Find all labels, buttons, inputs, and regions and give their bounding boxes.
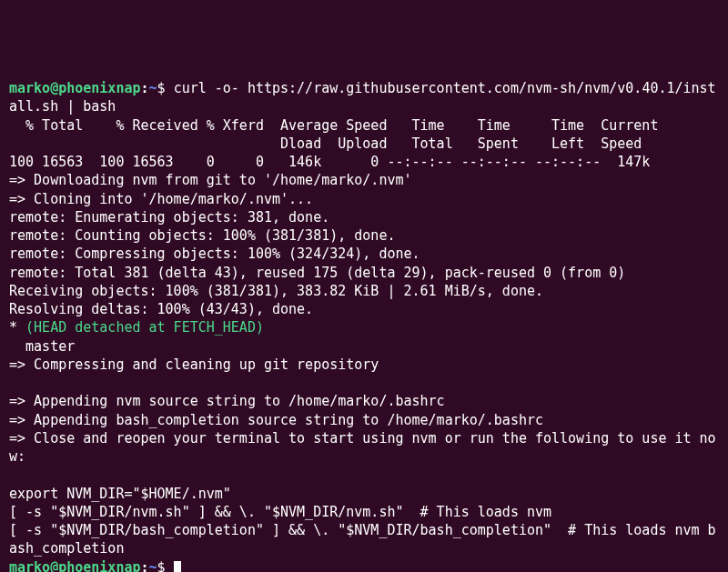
output-line: remote: Total 381 (delta 43), reused 175… [9, 265, 625, 281]
prompt-path: ~ [149, 559, 157, 573]
prompt-path: ~ [149, 80, 157, 96]
prompt-colon: : [141, 80, 149, 96]
output-line: => Downloading nvm from git to '/home/ma… [9, 172, 412, 188]
curl-header-1: % Total % Received % Xferd Average Speed… [9, 117, 658, 134]
output-line: Resolving deltas: 100% (43/43), done. [9, 301, 313, 317]
curl-progress-row: 100 16563 100 16563 0 0 146k 0 --:--:-- … [9, 154, 650, 170]
output-line: => Compressing and cleaning up git repos… [9, 356, 379, 373]
output-line: => Appending bash_completion source stri… [9, 412, 543, 428]
output-line: => Close and reopen your terminal to sta… [9, 430, 716, 465]
prompt-colon: : [141, 559, 149, 573]
cursor [174, 561, 181, 573]
head-detached: (HEAD detached at FETCH_HEAD) [25, 319, 264, 336]
branch-star: * [9, 319, 25, 336]
terminal[interactable]: marko@phoenixnap:~$ curl -o- https://raw… [9, 79, 719, 572]
curl-header-2: Dload Upload Total Spent Left Speed [9, 135, 642, 152]
output-line: Receiving objects: 100% (381/381), 383.8… [9, 283, 543, 299]
output-line: remote: Enumerating objects: 381, done. [9, 209, 329, 226]
output-line: => Cloning into '/home/marko/.nvm'... [9, 191, 313, 207]
prompt-dollar: $ [157, 80, 174, 96]
prompt-user: marko@phoenixnap [9, 80, 141, 96]
output-line: [ -s "$NVM_DIR/bash_completion" ] && \. … [9, 522, 716, 557]
output-line: remote: Counting objects: 100% (381/381)… [9, 227, 395, 244]
prompt-user: marko@phoenixnap [9, 559, 141, 573]
prompt-dollar: $ [157, 559, 174, 573]
branch-master: master [9, 338, 75, 355]
output-line: export NVM_DIR="$HOME/.nvm" [9, 486, 231, 502]
output-line: [ -s "$NVM_DIR/nvm.sh" ] && \. "$NVM_DIR… [9, 504, 551, 520]
output-line: remote: Compressing objects: 100% (324/3… [9, 246, 420, 262]
output-line: => Appending nvm source string to /home/… [9, 393, 445, 409]
